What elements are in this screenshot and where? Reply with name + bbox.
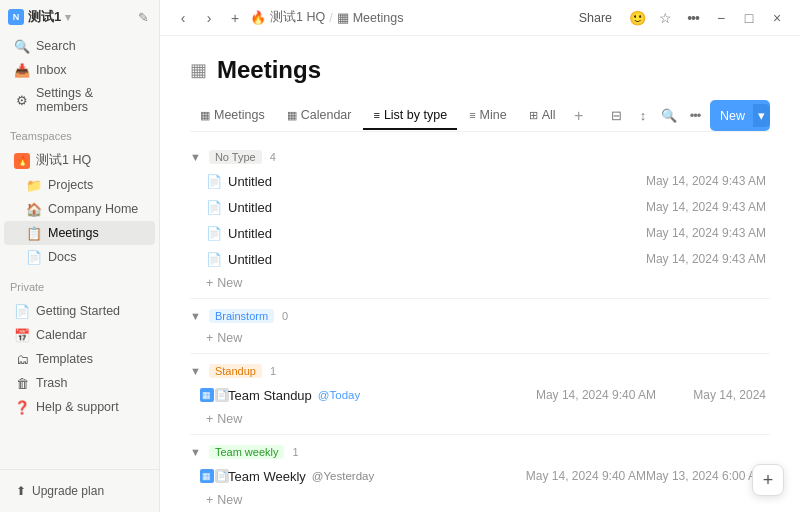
group-header-brainstorm[interactable]: ▼ Brainstorm 0 bbox=[190, 303, 770, 327]
group-chevron-no-type[interactable]: ▼ bbox=[190, 151, 201, 163]
teamspaces-section: 🔥 测试1 HQ 📁 Projects 🏠 Company Home 📋 Mee… bbox=[0, 144, 159, 273]
company-home-icon: 🏠 bbox=[26, 201, 42, 217]
row-date1: May 14, 2024 9:40 AM bbox=[516, 388, 656, 402]
tab-calendar-icon: ▦ bbox=[287, 109, 297, 122]
forward-button[interactable]: › bbox=[198, 7, 220, 29]
sidebar-item-templates[interactable]: 🗂 Templates bbox=[4, 347, 155, 371]
table-row[interactable]: 📄 Untitled May 14, 2024 9:43 AM bbox=[190, 220, 770, 246]
table-row[interactable]: ▦ 📄 Team Weekly @Yesterday May 14, 2024 … bbox=[190, 463, 770, 489]
row-doc-icon: 📄 bbox=[206, 173, 222, 189]
row-date1: May 14, 2024 9:43 AM bbox=[626, 200, 766, 214]
tab-all[interactable]: ⊞ All bbox=[519, 102, 566, 130]
teamspace-hq[interactable]: 🔥 测试1 HQ bbox=[4, 148, 155, 173]
sidebar-item-label: Projects bbox=[48, 178, 93, 192]
workspace-selector[interactable]: N 测试1 ▾ bbox=[8, 8, 71, 26]
sidebar-item-docs[interactable]: 📄 Docs bbox=[4, 245, 155, 269]
meetings-icon: 📋 bbox=[26, 225, 42, 241]
upgrade-button[interactable]: ⬆ Upgrade plan bbox=[8, 478, 151, 504]
table-row[interactable]: 📄 Untitled May 14, 2024 9:43 AM bbox=[190, 168, 770, 194]
tab-meetings[interactable]: ▦ Meetings bbox=[190, 102, 275, 130]
sidebar-item-help[interactable]: ❓ Help & support bbox=[4, 395, 155, 419]
tab-list-by-type[interactable]: ≡ List by type bbox=[363, 102, 457, 130]
group-tag-no-type: No Type bbox=[209, 150, 262, 164]
add-icon: + bbox=[206, 412, 213, 426]
workspace-icon: N bbox=[8, 9, 24, 25]
filter-icon[interactable]: ⊟ bbox=[606, 105, 628, 127]
add-icon: + bbox=[206, 276, 213, 290]
settings-icon: ⚙ bbox=[14, 92, 30, 108]
row-cal-icon: ▦ 📄 bbox=[206, 468, 222, 484]
new-button[interactable]: New ▾ bbox=[710, 100, 770, 131]
new-page-button[interactable]: + bbox=[224, 7, 246, 29]
group-count-no-type: 4 bbox=[270, 151, 276, 163]
star-icon[interactable]: ☆ bbox=[654, 7, 676, 29]
sidebar-item-calendar[interactable]: 📅 Calendar bbox=[4, 323, 155, 347]
row-date1: May 14, 2024 9:43 AM bbox=[626, 226, 766, 240]
edit-icon[interactable]: ✎ bbox=[135, 9, 151, 25]
breadcrumb-hq-label[interactable]: 测试1 HQ bbox=[270, 9, 325, 26]
tab-meetings-label: Meetings bbox=[214, 108, 265, 122]
teamspaces-label: Teamspaces bbox=[0, 122, 159, 144]
table-area: ▼ No Type 4 📄 Untitled May 14, 2024 9:43… bbox=[190, 132, 770, 512]
tab-mine[interactable]: ≡ Mine bbox=[459, 102, 517, 130]
sidebar-item-label: Meetings bbox=[48, 226, 99, 240]
page-title-icon: ▦ bbox=[190, 59, 207, 81]
add-new-no-type[interactable]: + New bbox=[190, 272, 770, 294]
table-row[interactable]: ▦ 📄 Team Standup @Today May 14, 2024 9:4… bbox=[190, 382, 770, 408]
tab-listbytype-icon: ≡ bbox=[373, 109, 379, 121]
tab-meetings-icon: ▦ bbox=[200, 109, 210, 122]
row-cal-icon: ▦ 📄 bbox=[206, 387, 222, 403]
fab-button[interactable]: + bbox=[752, 464, 784, 496]
sidebar-item-settings[interactable]: ⚙ Settings & members bbox=[4, 82, 155, 118]
share-button[interactable]: Share bbox=[571, 8, 620, 28]
at-tag-yesterday: @Yesterday bbox=[312, 470, 374, 482]
group-chevron-team-weekly[interactable]: ▼ bbox=[190, 446, 201, 458]
sidebar-item-trash[interactable]: 🗑 Trash bbox=[4, 371, 155, 395]
tab-calendar-label: Calendar bbox=[301, 108, 352, 122]
sidebar-item-meetings[interactable]: 📋 Meetings bbox=[4, 221, 155, 245]
sidebar-item-inbox[interactable]: 📥 Inbox bbox=[4, 58, 155, 82]
group-chevron-standup[interactable]: ▼ bbox=[190, 365, 201, 377]
add-new-brainstorm[interactable]: + New bbox=[190, 327, 770, 349]
sidebar-item-projects[interactable]: 📁 Projects bbox=[4, 173, 155, 197]
breadcrumb-meetings-label[interactable]: Meetings bbox=[353, 11, 404, 25]
sidebar-item-label: Inbox bbox=[36, 63, 67, 77]
sort-icon[interactable]: ↕ bbox=[632, 105, 654, 127]
add-icon: + bbox=[206, 493, 213, 507]
sidebar-item-company-home[interactable]: 🏠 Company Home bbox=[4, 197, 155, 221]
more-options-icon[interactable]: ••• bbox=[682, 7, 704, 29]
group-chevron-brainstorm[interactable]: ▼ bbox=[190, 310, 201, 322]
tab-calendar[interactable]: ▦ Calendar bbox=[277, 102, 362, 130]
minimize-button[interactable]: − bbox=[710, 7, 732, 29]
group-header-standup[interactable]: ▼ Standup 1 bbox=[190, 358, 770, 382]
tabs-actions: ⊟ ↕ 🔍 ••• New ▾ bbox=[606, 100, 770, 131]
new-button-arrow[interactable]: ▾ bbox=[753, 104, 770, 127]
row-title: Untitled bbox=[228, 174, 626, 189]
search-icon[interactable]: 🔍 bbox=[658, 105, 680, 127]
table-row[interactable]: 📄 Untitled May 14, 2024 9:43 AM bbox=[190, 246, 770, 272]
calendar-mini-icon2: ▦ bbox=[200, 469, 214, 483]
sidebar-top: N 测试1 ▾ ✎ bbox=[0, 0, 159, 30]
tabs-bar: ▦ Meetings ▦ Calendar ≡ List by type ≡ M… bbox=[190, 100, 770, 132]
maximize-button[interactable]: □ bbox=[738, 7, 760, 29]
add-tab-button[interactable]: + bbox=[568, 105, 590, 127]
add-new-team-weekly[interactable]: + New bbox=[190, 489, 770, 511]
add-icon: + bbox=[206, 331, 213, 345]
sidebar-item-label: Calendar bbox=[36, 328, 87, 342]
row-title: Team Standup @Today bbox=[228, 388, 516, 403]
add-new-standup[interactable]: + New bbox=[190, 408, 770, 430]
sidebar-item-search[interactable]: 🔍 Search bbox=[4, 34, 155, 58]
workspace-label: 测试1 bbox=[28, 8, 61, 26]
group-header-no-type[interactable]: ▼ No Type 4 bbox=[190, 144, 770, 168]
group-header-team-weekly[interactable]: ▼ Team weekly 1 bbox=[190, 439, 770, 463]
close-button[interactable]: × bbox=[766, 7, 788, 29]
back-button[interactable]: ‹ bbox=[172, 7, 194, 29]
private-section: 📄 Getting Started 📅 Calendar 🗂 Templates… bbox=[0, 295, 159, 423]
more-icon[interactable]: ••• bbox=[684, 105, 706, 127]
table-row[interactable]: 📄 Untitled May 14, 2024 9:43 AM bbox=[190, 194, 770, 220]
sidebar: N 测试1 ▾ ✎ 🔍 Search 📥 Inbox ⚙ Settings & … bbox=[0, 0, 160, 512]
calendar-icon: 📅 bbox=[14, 327, 30, 343]
sidebar-item-getting-started[interactable]: 📄 Getting Started bbox=[4, 299, 155, 323]
smiley-icon[interactable]: 🙂 bbox=[626, 7, 648, 29]
tab-all-label: All bbox=[542, 108, 556, 122]
